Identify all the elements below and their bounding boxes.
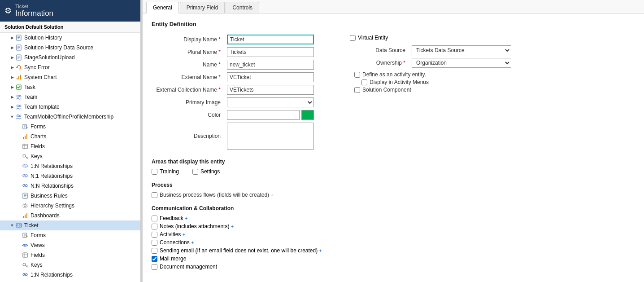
settings-checkbox[interactable] bbox=[192, 169, 198, 175]
display-activity-label: Display in Activity Menus bbox=[370, 79, 429, 85]
tree-item-hierarchy-1[interactable]: Hierarchy Settings bbox=[0, 201, 140, 211]
tree-label-solution-history: Solution History bbox=[24, 35, 62, 41]
tree-label-keys-2: Keys bbox=[30, 262, 43, 268]
tree-container[interactable]: ▶Solution History▶Solution History Data … bbox=[0, 33, 140, 282]
tree-item-system-chart[interactable]: ▶System Chart bbox=[0, 72, 140, 82]
bpf-checkbox[interactable] bbox=[152, 192, 157, 198]
tree-item-views-2[interactable]: Views bbox=[0, 240, 140, 250]
tree-arrow-team-template[interactable]: ▶ bbox=[9, 105, 15, 109]
sending-email-plus[interactable]: + bbox=[319, 248, 322, 253]
tree-arrow-team-mobile[interactable]: ▼ bbox=[9, 115, 15, 119]
connections-plus[interactable]: + bbox=[191, 240, 194, 245]
tree-item-team-template[interactable]: ▶Team template bbox=[0, 102, 140, 112]
tab-primary-field[interactable]: Primary Field bbox=[180, 2, 225, 13]
tree-arrow-stage-solution-upload[interactable]: ▶ bbox=[9, 55, 15, 60]
tree-item-charts-1[interactable]: Charts bbox=[0, 132, 140, 141]
tree-item-fields-1[interactable]: Fields bbox=[0, 141, 140, 151]
tree-icon-team bbox=[15, 93, 22, 101]
tree-item-team-mobile[interactable]: ▼TeamMobileOfflineProfileMembership bbox=[0, 112, 140, 122]
feedback-checkbox[interactable] bbox=[152, 216, 157, 221]
tree-item-solution-history-ds[interactable]: ▶Solution History Data Source bbox=[0, 43, 140, 53]
notes-checkbox[interactable] bbox=[152, 224, 157, 229]
svg-rect-14 bbox=[18, 76, 19, 79]
tree-arrow-system-chart[interactable]: ▶ bbox=[9, 75, 15, 79]
tree-item-n1-rel-2[interactable]: N:1 Relationships bbox=[0, 280, 140, 282]
tab-controls[interactable]: Controls bbox=[226, 2, 259, 13]
tree-item-forms-1[interactable]: Forms bbox=[0, 122, 140, 132]
tree-item-ticket[interactable]: ▼Ticket bbox=[0, 220, 140, 230]
display-activity-checkbox[interactable] bbox=[361, 79, 367, 85]
mail-merge-checkbox[interactable] bbox=[152, 256, 157, 262]
areas-title: Areas that display this entity bbox=[152, 159, 635, 165]
tree-item-stage-solution-upload[interactable]: ▶StageSolutionUpload bbox=[0, 53, 140, 62]
tree-item-keys-1[interactable]: Keys bbox=[0, 151, 140, 161]
tree-item-sync-error[interactable]: ▶Sync Error bbox=[0, 62, 140, 72]
primary-image-select[interactable] bbox=[227, 97, 314, 107]
tree-label-solution-history-ds: Solution History Data Source bbox=[24, 44, 93, 51]
tree-icon-system-chart bbox=[15, 74, 22, 81]
tab-general[interactable]: General bbox=[146, 2, 179, 13]
plural-name-input[interactable] bbox=[227, 47, 314, 57]
tree-item-dashboards-1[interactable]: Dashboards bbox=[0, 211, 140, 220]
sending-email-checkbox[interactable] bbox=[152, 248, 157, 254]
entity-definition-title: Entity Definition bbox=[152, 21, 635, 29]
tree-item-forms-2[interactable]: Forms bbox=[0, 230, 140, 240]
virtual-entity-checkbox[interactable] bbox=[350, 35, 356, 41]
define-activity-checkbox[interactable] bbox=[354, 72, 360, 78]
solution-component-checkbox[interactable] bbox=[354, 87, 360, 93]
virtual-entity-label: Virtual Entity bbox=[358, 35, 388, 41]
connections-checkbox[interactable] bbox=[152, 240, 157, 246]
define-activity-row: Define as an activity entity. bbox=[354, 71, 511, 78]
tree-arrow-team[interactable]: ▶ bbox=[9, 95, 15, 99]
solution-component-row: Solution Component bbox=[354, 87, 511, 93]
tree-icon-keys-2 bbox=[22, 261, 29, 269]
bpf-plus[interactable]: + bbox=[270, 192, 273, 198]
color-swatch[interactable] bbox=[301, 110, 314, 120]
connections-label: Connections + bbox=[160, 239, 194, 246]
tree-item-nn-rel-1[interactable]: N:N Relationships bbox=[0, 181, 140, 191]
right-panel: Virtual Entity Data Source Tickets Data … bbox=[350, 35, 511, 151]
feedback-plus[interactable]: + bbox=[185, 216, 187, 221]
tab-bar: GeneralPrimary FieldControls bbox=[143, 0, 644, 13]
bpf-row: Business process flows (fields will be c… bbox=[152, 192, 635, 198]
tree-icon-solution-history bbox=[15, 34, 22, 41]
name-input[interactable] bbox=[227, 60, 314, 70]
tree-arrow-solution-history[interactable]: ▶ bbox=[9, 35, 15, 40]
training-checkbox[interactable] bbox=[152, 169, 157, 175]
display-name-input[interactable] bbox=[227, 35, 314, 44]
tree-label-keys-1: Keys bbox=[30, 153, 43, 159]
ownership-row: Ownership Organization bbox=[350, 58, 511, 68]
tree-item-n1-rel-1[interactable]: N:1 Relationships bbox=[0, 171, 140, 181]
activities-plus[interactable]: + bbox=[183, 232, 185, 237]
external-name-input[interactable] bbox=[227, 72, 314, 82]
tree-item-1n-rel-2[interactable]: 1:N Relationships bbox=[0, 270, 140, 280]
activities-checkbox[interactable] bbox=[152, 232, 157, 238]
tree-item-fields-2[interactable]: Fields bbox=[0, 250, 140, 260]
data-source-label: Data Source bbox=[350, 47, 408, 53]
description-input[interactable] bbox=[227, 123, 314, 150]
notes-plus[interactable]: + bbox=[231, 224, 234, 229]
tree-arrow-sync-error[interactable]: ▶ bbox=[9, 65, 15, 70]
svg-rect-29 bbox=[26, 134, 27, 139]
tree-arrow-ticket[interactable]: ▼ bbox=[9, 223, 15, 228]
svg-point-58 bbox=[24, 244, 26, 246]
tree-item-1n-rel-1[interactable]: 1:N Relationships bbox=[0, 161, 140, 171]
doc-mgmt-item: Document management bbox=[152, 264, 635, 270]
data-source-select[interactable]: Tickets Data Source bbox=[412, 45, 511, 55]
doc-mgmt-checkbox[interactable] bbox=[152, 264, 157, 270]
tree-label-stage-solution-upload: StageSolutionUpload bbox=[24, 54, 75, 61]
activities-label: Activities + bbox=[160, 231, 185, 238]
tree-arrow-solution-history-ds[interactable]: ▶ bbox=[9, 45, 15, 50]
tree-icon-hierarchy-1 bbox=[22, 202, 29, 209]
ext-collection-input[interactable] bbox=[227, 85, 314, 95]
display-activity-row: Display in Activity Menus bbox=[354, 79, 511, 85]
notes-item: Notes (includes attachments) + bbox=[152, 223, 635, 229]
color-input[interactable] bbox=[227, 110, 300, 120]
tree-item-solution-history[interactable]: ▶Solution History bbox=[0, 33, 140, 43]
tree-item-task[interactable]: ▶Task bbox=[0, 82, 140, 92]
tree-arrow-task[interactable]: ▶ bbox=[9, 85, 15, 89]
tree-item-team[interactable]: ▶Team bbox=[0, 92, 140, 102]
ownership-select[interactable]: Organization bbox=[412, 58, 511, 68]
tree-item-biz-rules-1[interactable]: Business Rules bbox=[0, 191, 140, 201]
tree-item-keys-2[interactable]: Keys bbox=[0, 260, 140, 270]
